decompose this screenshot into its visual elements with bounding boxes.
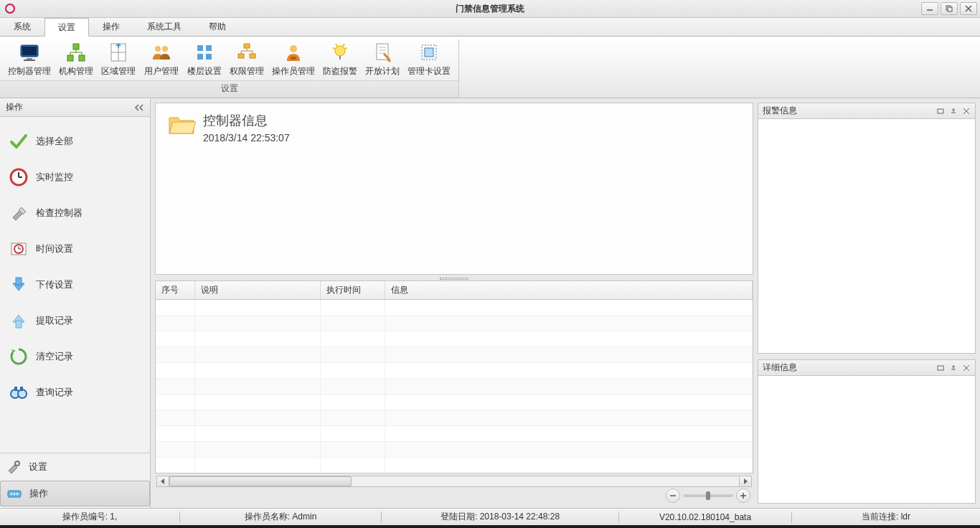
up-arrow-icon [9,311,29,331]
alarm-panel-content [758,119,975,353]
svg-rect-50 [16,278,22,285]
minimize-button[interactable] [921,2,938,15]
maximize-button[interactable] [941,2,958,15]
zoom-in-button[interactable] [736,489,750,503]
svg-line-68 [963,365,969,371]
svg-rect-46 [11,243,26,255]
ribbon-card-settings[interactable]: 管理卡设置 [404,39,454,80]
card-icon [418,41,440,64]
close-button[interactable] [960,2,977,15]
ribbon-label: 开放计划 [365,65,400,77]
plan-icon [371,41,394,64]
status-bar: 操作员编号: 1, 操作员名称: Admin 登陆日期: 2018-03-14 … [0,508,980,525]
ribbon-alarm[interactable]: 防盗报警 [319,39,362,80]
ribbon-operator-mgmt[interactable]: 操作员管理 [268,39,319,80]
svg-rect-25 [206,54,212,60]
alarm-panel-title: 报警信息 [763,105,797,117]
col-exectime[interactable]: 执行时间 [321,281,385,299]
side-item-select-all[interactable]: 选择全部 [3,124,147,159]
svg-rect-22 [197,45,203,51]
horizontal-scrollbar[interactable] [155,473,753,488]
folder-icon [167,112,196,138]
svg-rect-17 [111,44,126,61]
svg-rect-23 [206,45,212,51]
detail-panel-content [758,376,975,503]
panel-pin-icon[interactable] [949,364,958,372]
side-item-realtime[interactable]: 实时监控 [3,160,147,194]
info-panel: 控制器信息 2018/3/14 22:53:07 [155,103,753,275]
panel-pin-icon[interactable] [949,107,958,116]
menu-system[interactable]: 系统 [0,18,44,36]
side-item-label: 时间设置 [36,242,73,255]
panel-window-icon[interactable] [936,107,945,116]
scroll-track[interactable] [169,476,740,487]
app-title: 门禁信息管理系统 [0,3,980,15]
zoom-slider[interactable] [683,494,733,497]
svg-rect-64 [938,109,943,113]
menu-settings[interactable]: 设置 [44,18,89,37]
detail-panel-header: 详细信息 [758,360,975,376]
svg-rect-3 [948,7,952,11]
svg-rect-54 [14,387,17,391]
svg-line-69 [963,365,969,371]
table-body [156,300,753,473]
side-bottom-operate[interactable]: 操作 [0,481,150,506]
ribbon-label: 防盗报警 [323,65,357,77]
side-item-download-settings[interactable]: 下传设置 [3,268,147,302]
table-row [156,442,753,458]
side-bottom-settings[interactable]: 设置 [0,455,150,479]
menu-systools[interactable]: 系统工具 [133,18,195,36]
scroll-thumb[interactable] [169,476,352,486]
table-row [156,410,753,426]
ribbon-user-mgmt[interactable]: 用户管理 [140,39,183,80]
svg-point-53 [18,390,27,398]
menu-operate[interactable]: 操作 [89,18,133,36]
info-panel-timestamp: 2018/3/14 22:53:07 [203,132,290,143]
svg-rect-26 [244,44,250,48]
detail-panel: 详细信息 [758,359,976,504]
side-item-extract-records[interactable]: 提取记录 [3,303,147,338]
ribbon-open-plan[interactable]: 开放计划 [362,39,405,80]
collapse-icon[interactable] [134,103,144,113]
down-arrow-icon [9,275,29,295]
ribbon-controller-mgmt[interactable]: 控制器管理 [4,39,55,80]
table-row [156,300,753,316]
scroll-left-button[interactable] [156,476,169,487]
taskbar-strip [0,525,980,528]
side-panel: 操作 选择全部 实时监控 检查控制器 时间设置 下传设置 [0,98,151,508]
ribbon-floor-settings[interactable]: 楼层设置 [183,39,226,80]
ribbon-perm-mgmt[interactable]: 权限管理 [226,39,269,80]
window-buttons [921,2,977,15]
ribbon-area-mgmt[interactable]: 区域管理 [97,39,140,80]
info-panel-title: 控制器信息 [203,112,290,129]
status-login-date-value: 2018-03-14 22:48:28 [480,512,560,522]
svg-rect-7 [22,47,37,55]
col-info[interactable]: 信息 [385,281,753,299]
side-item-clear-records[interactable]: 清空记录 [3,339,147,374]
panel-close-icon[interactable] [962,107,971,116]
side-item-label: 清空记录 [36,350,73,363]
side-item-label: 下传设置 [36,278,73,291]
side-item-time-settings[interactable]: 时间设置 [3,232,147,266]
panel-window-icon[interactable] [936,364,945,372]
svg-point-47 [14,245,23,253]
time-icon [9,239,29,259]
side-item-query-records[interactable]: 查询记录 [3,375,147,410]
menu-help[interactable]: 帮助 [195,18,240,36]
svg-point-59 [14,493,16,495]
panel-close-icon[interactable] [962,364,971,372]
side-item-check-controller[interactable]: 检查控制器 [3,196,147,230]
svg-point-20 [155,46,161,52]
ribbon-org-mgmt[interactable]: 机构管理 [55,39,98,80]
status-operator-name-label: 操作员名称: [245,512,290,522]
scroll-right-button[interactable] [739,476,752,487]
zoom-out-button[interactable] [666,489,680,503]
svg-rect-24 [197,54,203,60]
col-desc[interactable]: 说明 [195,281,321,299]
ribbon-group-caption: 设置 [0,80,458,98]
center-area: 控制器信息 2018/3/14 22:53:07 序号 说明 执行时间 信息 [151,98,758,508]
ribbon-label: 机构管理 [59,65,93,77]
side-item-label: 查询记录 [36,386,73,399]
side-item-label: 实时监控 [36,171,73,184]
col-seq[interactable]: 序号 [156,281,195,299]
